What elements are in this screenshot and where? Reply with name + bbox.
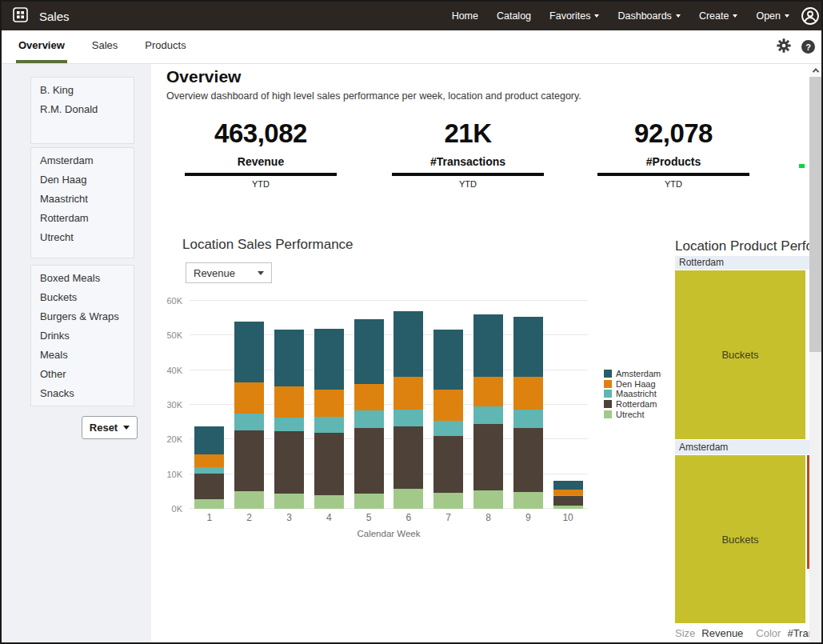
- bar-segment-maastricht[interactable]: [513, 410, 543, 428]
- bar-segment-utrecht[interactable]: [234, 491, 264, 509]
- bar-segment-utrecht[interactable]: [473, 490, 503, 509]
- filter-item-maastricht[interactable]: Maastricht: [31, 190, 134, 209]
- tab-overview[interactable]: Overview: [16, 30, 67, 63]
- legend-item-utrecht[interactable]: Utrecht: [604, 409, 661, 419]
- tab-products[interactable]: Products: [142, 30, 188, 63]
- bar-segment-den-haag[interactable]: [314, 390, 344, 417]
- filter-item-b-king[interactable]: B. King: [31, 81, 134, 100]
- bar-segment-den-haag[interactable]: [274, 386, 304, 418]
- bar-segment-den-haag[interactable]: [394, 377, 423, 410]
- bar-segment-den-haag[interactable]: [513, 377, 543, 410]
- bar-segment-utrecht[interactable]: [194, 499, 224, 509]
- filter-item-meals[interactable]: Meals: [31, 346, 134, 365]
- bar-segment-maastricht[interactable]: [354, 410, 384, 428]
- filter-item-utrecht[interactable]: Utrecht: [31, 228, 134, 247]
- filter-item-buckets[interactable]: Buckets: [31, 288, 134, 307]
- bar-segment-rotterdam[interactable]: [394, 426, 423, 489]
- nav-create[interactable]: Create: [699, 10, 738, 22]
- filter-item-amsterdam[interactable]: Amsterdam: [31, 151, 134, 170]
- filter-item-boxed-meals[interactable]: Boxed Meals: [31, 269, 134, 288]
- bar-segment-den-haag[interactable]: [194, 454, 224, 467]
- tab-sales[interactable]: Sales: [90, 30, 121, 63]
- bar-segment-utrecht[interactable]: [433, 493, 463, 509]
- bar-segment-rotterdam[interactable]: [354, 428, 384, 493]
- measure-dropdown[interactable]: Revenue: [186, 262, 272, 283]
- bar-segment-rotterdam[interactable]: [194, 474, 224, 499]
- bar-segment-amsterdam[interactable]: [314, 329, 344, 390]
- reset-button[interactable]: Reset: [82, 416, 138, 439]
- bar-segment-utrecht[interactable]: [394, 489, 423, 509]
- bar-segment-amsterdam[interactable]: [513, 317, 543, 377]
- nav-open[interactable]: Open: [756, 10, 789, 22]
- bar-segment-utrecht[interactable]: [513, 492, 543, 509]
- bar-segment-amsterdam[interactable]: [354, 319, 384, 384]
- bar-segment-rotterdam[interactable]: [553, 496, 583, 505]
- bar-segment-rotterdam[interactable]: [473, 424, 503, 490]
- bar-segment-amsterdam[interactable]: [433, 330, 463, 390]
- bar-segment-amsterdam[interactable]: [394, 311, 423, 378]
- bar-segment-den-haag[interactable]: [354, 384, 384, 410]
- bar-segment-den-haag[interactable]: [234, 382, 264, 414]
- legend-item-maastricht[interactable]: Maastricht: [604, 389, 661, 399]
- stacked-bar[interactable]: [513, 317, 543, 509]
- filter-item-burgers-wraps[interactable]: Burgers & Wraps: [31, 307, 134, 326]
- stacked-bar[interactable]: [194, 426, 224, 509]
- bar-segment-amsterdam[interactable]: [274, 330, 304, 387]
- bar-segment-maastricht[interactable]: [394, 410, 423, 426]
- bar-segment-utrecht[interactable]: [314, 495, 344, 509]
- bar-segment-rotterdam[interactable]: [513, 428, 543, 492]
- stacked-bar[interactable]: [234, 322, 264, 509]
- scrollbar-thumb[interactable]: [809, 77, 821, 352]
- bar-segment-maastricht[interactable]: [433, 421, 463, 437]
- bar-segment-utrecht[interactable]: [274, 494, 304, 510]
- legend-item-amsterdam[interactable]: Amsterdam: [604, 369, 661, 379]
- nav-favorites[interactable]: Favorites: [549, 10, 599, 22]
- gear-icon[interactable]: [777, 38, 791, 56]
- bar-segment-amsterdam[interactable]: [473, 314, 503, 377]
- treemap-cell[interactable]: Buckets: [675, 270, 809, 440]
- bar-segment-utrecht[interactable]: [354, 494, 384, 510]
- help-icon[interactable]: ?: [801, 40, 815, 54]
- stacked-bar[interactable]: [473, 314, 503, 509]
- bar-segment-utrecht[interactable]: [553, 506, 583, 509]
- filter-item-drinks[interactable]: Drinks: [31, 326, 134, 346]
- bar-segment-amsterdam[interactable]: [234, 322, 264, 383]
- nav-home[interactable]: Home: [452, 10, 478, 22]
- filter-item-r-m-donald[interactable]: R.M. Donald: [31, 100, 134, 119]
- bar-segment-rotterdam[interactable]: [314, 433, 344, 495]
- bar-segment-den-haag[interactable]: [473, 377, 503, 406]
- app-grid-icon[interactable]: [13, 7, 28, 26]
- bar-segment-maastricht[interactable]: [314, 417, 344, 433]
- filter-item-other[interactable]: Other: [31, 365, 134, 384]
- user-avatar-icon[interactable]: [801, 6, 820, 26]
- stacked-bar[interactable]: [433, 330, 463, 509]
- stacked-bar[interactable]: [274, 330, 304, 509]
- vertical-scrollbar[interactable]: [809, 64, 821, 642]
- legend-item-rotterdam[interactable]: Rotterdam: [604, 399, 661, 410]
- kpi-tile--transactions[interactable]: 21K#TransactionsYTD: [364, 117, 572, 189]
- scroll-up-button[interactable]: [809, 64, 821, 77]
- filter-item-snacks[interactable]: Snacks: [31, 384, 134, 403]
- legend-item-den-haag[interactable]: Den Haag: [604, 379, 661, 390]
- bar-segment-den-haag[interactable]: [433, 390, 463, 421]
- bar-segment-maastricht[interactable]: [473, 406, 503, 424]
- bar-segment-amsterdam[interactable]: [553, 481, 583, 490]
- kpi-tile--products[interactable]: 92,078#ProductsYTD: [569, 117, 777, 189]
- bar-segment-maastricht[interactable]: [274, 418, 304, 430]
- bar-segment-rotterdam[interactable]: [433, 436, 463, 492]
- stacked-bar[interactable]: [314, 329, 344, 509]
- nav-dashboards[interactable]: Dashboards: [617, 10, 680, 22]
- stacked-bar[interactable]: [354, 319, 384, 509]
- stacked-bar[interactable]: [394, 311, 423, 509]
- bar-segment-maastricht[interactable]: [194, 467, 224, 474]
- treemap-cell[interactable]: Buckets: [675, 454, 809, 624]
- bar-segment-amsterdam[interactable]: [194, 426, 224, 454]
- filter-item-rotterdam[interactable]: Rotterdam: [31, 209, 134, 228]
- filter-item-den-haag[interactable]: Den Haag: [31, 170, 134, 190]
- kpi-tile-revenue[interactable]: 463,082RevenueYTD: [157, 117, 365, 189]
- stacked-bar[interactable]: [553, 481, 583, 510]
- nav-catalog[interactable]: Catalog: [497, 10, 531, 22]
- bar-segment-maastricht[interactable]: [234, 414, 264, 430]
- bar-segment-rotterdam[interactable]: [274, 431, 304, 494]
- bar-segment-rotterdam[interactable]: [234, 430, 264, 492]
